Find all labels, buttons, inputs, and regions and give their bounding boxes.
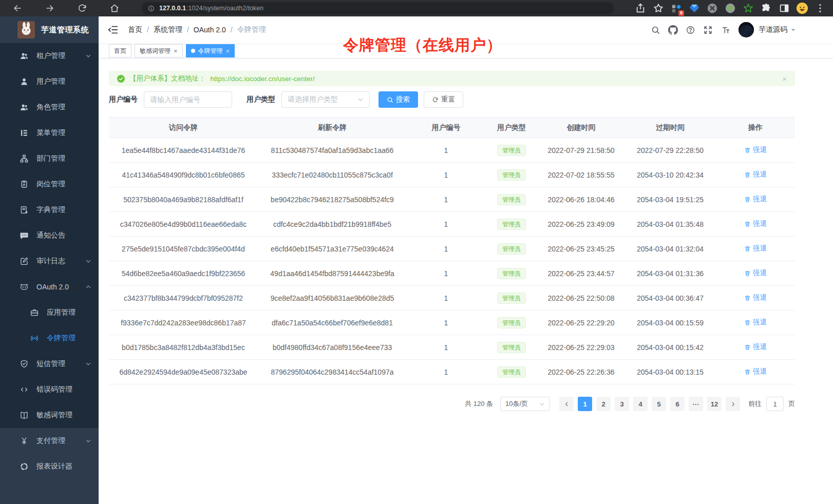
sidebar-item-dict[interactable]: 字典管理 [0,197,99,223]
sidebar-item-audit[interactable]: 审计日志 [0,248,99,274]
chevron-down-icon [85,53,91,59]
user-type-badge: 管理员 [497,342,526,353]
page-button-3[interactable]: 3 [615,397,629,411]
share-icon[interactable] [635,3,646,14]
alert-doc-link[interactable]: https://doc.iocoder.cn/user-center/ [211,75,315,83]
sidebar-item-sms[interactable]: 短信管理 [0,351,99,377]
created-at-cell: 2022-06-26 18:04:46 [538,187,624,212]
header-search-icon[interactable] [651,25,660,35]
page-button-5[interactable]: 5 [652,397,666,411]
report-icon [20,462,29,471]
force-logout-button[interactable]: 强退 [744,318,767,327]
profile-avatar[interactable] [797,3,808,14]
sidebar-item-sensitive[interactable]: 敏感词管理 [0,402,99,428]
command-extension-icon[interactable] [707,3,718,14]
sidebar-item-notice[interactable]: 通知公告 [0,223,99,248]
reset-button[interactable]: 重置 [424,91,463,108]
action-cell: 强退 [716,212,795,237]
access-token-cell: c347026e805e4d99b0d116eae66eda8c [109,212,258,237]
force-logout-button[interactable]: 强退 [744,195,767,204]
table-row: 41c41346a548490f9dc8b01c6bfe0865333ecfc7… [109,163,795,187]
user-avatar[interactable] [739,22,754,37]
page-button-6[interactable]: 6 [670,397,685,411]
app-logo-icon [17,21,35,38]
browser-reload-icon[interactable] [77,3,87,13]
user-id-input[interactable] [144,91,232,108]
help-icon[interactable] [686,25,695,35]
sidebar-item-label: 敏感词管理 [36,411,91,420]
expires-at-cell: 2054-03-10 20:42:34 [624,163,716,187]
more-pages-button[interactable]: ··· [689,397,703,411]
sidebar-item-tenant[interactable]: 租户管理 [0,43,99,69]
sidebar-item-dept[interactable]: 部门管理 [0,146,99,171]
fullscreen-icon[interactable] [703,25,713,35]
force-logout-button[interactable]: 强退 [744,145,767,154]
sidebar-item-app[interactable]: 应用管理 [0,300,99,325]
search-button[interactable]: 搜索 [378,91,418,108]
github-icon[interactable] [668,25,678,35]
breadcrumb-item[interactable]: 系统管理 [154,25,182,34]
browser-menu-icon[interactable] [815,3,826,14]
site-info-icon[interactable] [148,5,155,12]
address-bar[interactable]: 127.0.0.1 :1024/system/oauth2/token [142,2,614,14]
pay-icon [20,436,29,445]
font-size-icon[interactable] [721,25,730,35]
page-button-2[interactable]: 2 [596,397,611,411]
browser-forward-icon[interactable] [45,3,55,13]
user-name[interactable]: 芋道源码 [759,25,787,34]
alert-close-icon[interactable]: × [782,74,787,83]
tab-close-icon[interactable]: × [174,48,178,54]
browser-back-icon[interactable] [12,3,23,13]
breadcrumb-item[interactable]: OAuth 2.0 [194,26,226,34]
tab-敏感词管理[interactable]: 敏感词管理× [135,44,183,57]
filter-form: 用户编号 用户类型 请选择用户类型 搜索 重置 [109,91,795,108]
star-extension-icon[interactable] [743,3,754,14]
chevron-down-icon [357,96,364,103]
tab-首页[interactable]: 首页 [109,44,131,57]
goto-page-input[interactable] [766,397,784,411]
workspace-extension-icon[interactable]: 9 [671,3,682,14]
sidebar-item-menu[interactable]: 菜单管理 [0,120,99,146]
force-logout-button[interactable]: 强退 [744,244,767,253]
prev-page-button[interactable] [559,397,574,411]
force-logout-button[interactable]: 强退 [744,293,767,302]
trash-icon [744,344,751,351]
side-panel-icon[interactable] [779,3,790,14]
puzzle-extensions-icon[interactable] [761,3,772,14]
page-button-4[interactable]: 4 [633,397,648,411]
user-type-cell: 管理员 [485,187,538,212]
action-cell: 强退 [716,261,795,286]
chevron-down-icon [85,361,91,367]
user-menu-caret-icon[interactable] [790,27,796,33]
sidebar-fold-icon[interactable] [107,24,119,35]
force-logout-button[interactable]: 强退 [744,219,767,228]
tab-令牌管理[interactable]: 令牌管理× [186,44,235,57]
gem-extension-icon[interactable] [689,3,700,14]
next-page-button[interactable] [726,397,740,411]
sidebar-item-pay[interactable]: 支付管理 [0,428,99,454]
sidebar-item-post[interactable]: 岗位管理 [0,171,99,197]
refresh-icon [432,96,439,103]
page-button-1[interactable]: 1 [578,397,592,411]
sidebar-item-role[interactable]: 角色管理 [0,94,99,120]
sidebar-item-errcode[interactable]: 错误码管理 [0,377,99,402]
sidebar-item-oauth[interactable]: OAuth 2.0 [0,274,99,300]
force-logout-button[interactable]: 强退 [744,342,767,352]
sidebar-item-report[interactable]: 报表设计器 [0,454,99,479]
tab-close-icon[interactable]: × [226,48,230,54]
force-logout-button[interactable]: 强退 [744,268,767,278]
browser-home-icon[interactable] [109,3,120,13]
page-size-select[interactable]: 10条/页 [500,397,550,411]
page-button-12[interactable]: 12 [707,397,722,411]
record-extension-icon[interactable] [725,3,736,14]
force-logout-button[interactable]: 强退 [744,170,767,179]
log-icon [20,257,29,266]
user-type-select[interactable]: 请选择用户类型 [281,91,370,108]
bookmark-star-icon[interactable] [653,3,664,14]
sidebar-item-token[interactable]: 令牌管理 [0,325,99,351]
breadcrumb-item[interactable]: 首页 [128,25,142,34]
app-logo-row[interactable]: 芋道管理系统 [0,16,99,43]
org-icon [20,154,29,163]
force-logout-button[interactable]: 强退 [744,367,767,376]
sidebar-item-user[interactable]: 用户管理 [0,69,99,94]
